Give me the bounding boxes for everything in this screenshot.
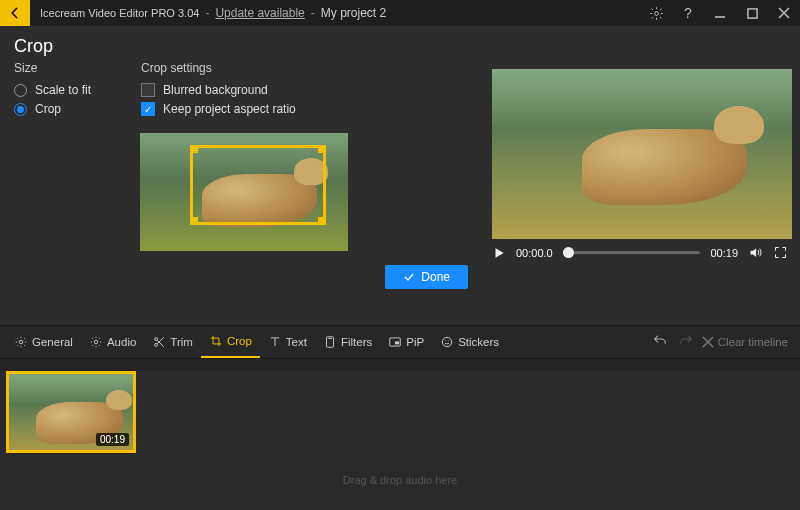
check-keep-aspect[interactable]: ✓ Keep project aspect ratio xyxy=(141,102,296,116)
tab-stickers[interactable]: Stickers xyxy=(432,326,507,358)
fullscreen-button[interactable] xyxy=(773,245,788,260)
crop-handle[interactable] xyxy=(318,217,326,225)
crop-handle[interactable] xyxy=(318,145,326,153)
minimize-button[interactable] xyxy=(704,0,736,26)
crop-rectangle[interactable] xyxy=(190,145,326,225)
svg-point-6 xyxy=(94,340,98,344)
tab-pip[interactable]: PiP xyxy=(380,326,432,358)
svg-point-13 xyxy=(442,337,451,346)
crop-settings-section: Crop settings Blurred background ✓ Keep … xyxy=(141,61,296,121)
crop-handle[interactable] xyxy=(190,217,198,225)
svg-point-7 xyxy=(155,343,158,346)
crop-editor[interactable] xyxy=(140,133,348,251)
drag-audio-hint: Drag & drop audio here xyxy=(0,474,800,486)
crop-settings-header: Crop settings xyxy=(141,61,296,75)
svg-point-15 xyxy=(448,340,449,341)
redo-button[interactable] xyxy=(678,333,694,351)
tab-crop[interactable]: Crop xyxy=(201,326,260,358)
radio-crop[interactable]: Crop xyxy=(14,102,91,116)
panel-title: Crop xyxy=(0,26,800,61)
svg-point-5 xyxy=(19,340,23,344)
tab-audio[interactable]: Audio xyxy=(81,326,144,358)
tab-trim[interactable]: Trim xyxy=(144,326,201,358)
clip-duration: 00:19 xyxy=(96,433,129,446)
time-current: 00:00.0 xyxy=(516,247,553,259)
svg-point-0 xyxy=(654,11,658,15)
settings-icon[interactable] xyxy=(640,0,672,26)
help-icon[interactable]: ? xyxy=(672,0,704,26)
timeline-ruler[interactable] xyxy=(0,359,800,371)
tab-general[interactable]: General xyxy=(6,326,81,358)
radio-icon xyxy=(14,84,27,97)
tool-tabs: General Audio Trim Crop Text Filters PiP… xyxy=(0,325,800,359)
timeline-clip[interactable]: 00:19 xyxy=(6,371,136,453)
back-button[interactable] xyxy=(0,0,30,26)
volume-button[interactable] xyxy=(748,245,763,260)
clear-timeline-button[interactable]: Clear timeline xyxy=(702,336,788,348)
app-title: Icecream Video Editor PRO 3.04 xyxy=(40,7,199,19)
svg-point-14 xyxy=(445,340,446,341)
play-button[interactable] xyxy=(492,246,506,260)
svg-rect-2 xyxy=(747,8,756,17)
size-header: Size xyxy=(14,61,91,75)
timeline[interactable]: 00:19 Drag & drop audio here xyxy=(0,359,800,504)
radio-icon xyxy=(14,103,27,116)
time-total: 00:19 xyxy=(710,247,738,259)
tab-text[interactable]: Text xyxy=(260,326,315,358)
checkbox-icon xyxy=(141,83,155,97)
preview-image xyxy=(492,69,792,239)
checkbox-icon: ✓ xyxy=(141,102,155,116)
update-link[interactable]: Update available xyxy=(215,6,304,20)
crop-handle[interactable] xyxy=(190,145,198,153)
titlebar: Icecream Video Editor PRO 3.04 - Update … xyxy=(0,0,800,26)
preview-panel: 00:00.0 00:19 xyxy=(488,61,800,325)
check-blurred-bg[interactable]: Blurred background xyxy=(141,83,296,97)
project-name: My project 2 xyxy=(321,6,386,20)
radio-scale-to-fit[interactable]: Scale to fit xyxy=(14,83,91,97)
size-section: Size Scale to fit Crop xyxy=(14,61,91,121)
undo-button[interactable] xyxy=(652,333,668,351)
seek-knob[interactable] xyxy=(563,247,574,258)
maximize-button[interactable] xyxy=(736,0,768,26)
svg-rect-12 xyxy=(395,341,399,344)
tab-filters[interactable]: Filters xyxy=(315,326,380,358)
done-button[interactable]: Done xyxy=(385,265,468,289)
svg-point-8 xyxy=(155,338,158,341)
close-button[interactable] xyxy=(768,0,800,26)
seek-bar[interactable] xyxy=(563,251,701,254)
